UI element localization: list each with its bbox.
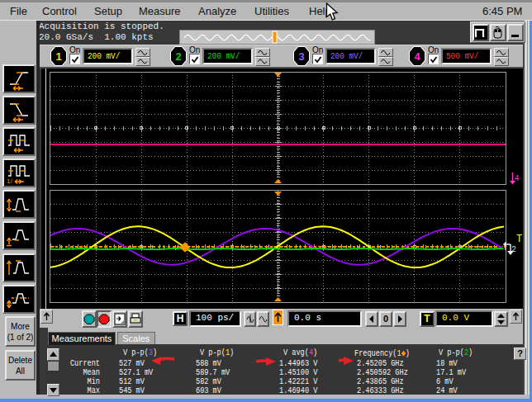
- svg-text:4: 4: [414, 50, 420, 63]
- svg-text:2: 2: [175, 50, 181, 63]
- svg-text:3: 3: [298, 50, 304, 63]
- svg-text:1: 1: [55, 50, 61, 63]
- svg-text:4: 4: [515, 174, 520, 183]
- svg-text:1/: 1/: [7, 177, 12, 185]
- svg-text:2: 2: [511, 245, 516, 254]
- svg-text:T: T: [516, 234, 522, 245]
